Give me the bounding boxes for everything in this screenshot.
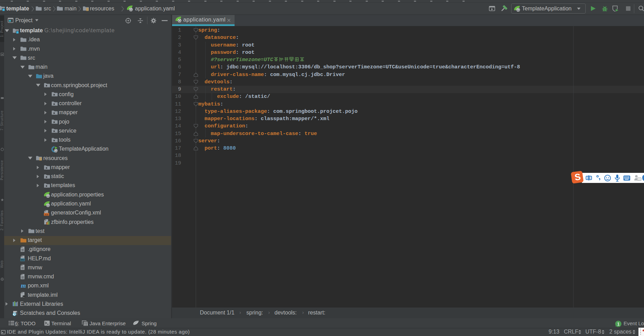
svg-text:1: 1 xyxy=(617,322,620,327)
svg-text:MD: MD xyxy=(21,258,25,261)
svg-text:<>: <> xyxy=(45,213,48,216)
svg-text:m: m xyxy=(21,283,26,289)
svg-text:21: 21 xyxy=(638,178,641,180)
